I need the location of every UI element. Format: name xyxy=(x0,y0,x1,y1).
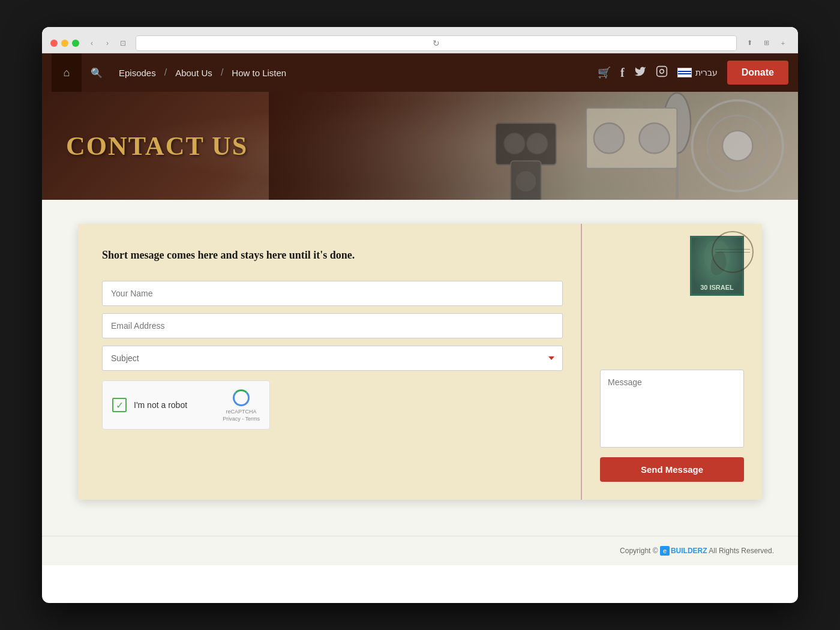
nav-about[interactable]: About Us xyxy=(168,53,220,92)
postmark-lines xyxy=(715,249,750,250)
stamp-container: 30 ISRAEL xyxy=(690,236,744,296)
language-selector: עברית xyxy=(677,68,718,77)
captcha-label: I'm not a robot xyxy=(134,400,187,410)
twitter-icon[interactable] xyxy=(634,65,646,80)
hero-banner: Contact Us xyxy=(42,92,798,200)
search-icon: 🔍 xyxy=(91,67,103,79)
subject-select[interactable]: Subject xyxy=(102,346,563,371)
recaptcha-privacy: Privacy - Terms xyxy=(223,416,260,422)
check-mark-icon: ✓ xyxy=(116,400,124,411)
home-nav-button[interactable]: ⌂ xyxy=(52,53,82,92)
stamp-value: 30 ISRAEL xyxy=(700,284,734,292)
nav-social: f xyxy=(620,65,668,80)
close-button[interactable] xyxy=(50,40,58,47)
reload-icon[interactable]: ↻ xyxy=(433,38,440,48)
recaptcha-icon xyxy=(233,389,250,406)
name-input[interactable] xyxy=(102,281,563,306)
nav-right: 🛒 f עברית Donate xyxy=(598,61,788,85)
name-field-wrapper xyxy=(102,281,563,306)
hero-decoration xyxy=(269,92,798,200)
footer-rights: All Rights Reserved. xyxy=(709,547,774,555)
minimize-button[interactable] xyxy=(61,40,68,47)
svg-rect-0 xyxy=(656,66,667,76)
footer-logo: e BUILDERZ xyxy=(660,546,707,556)
svg-point-11 xyxy=(639,123,669,153)
nav-links: Episodes / About Us / How to Listen xyxy=(112,53,598,92)
captcha-widget[interactable]: ✓ I'm not a robot reCAPTCHA Privacy - Te… xyxy=(102,380,270,430)
reader-button[interactable]: ⊡ xyxy=(116,37,130,50)
share-button[interactable]: ⬆ xyxy=(743,37,756,50)
footer-e-icon: e xyxy=(660,546,670,556)
home-icon: ⌂ xyxy=(64,67,70,79)
sidebar-button[interactable]: ⊞ xyxy=(760,37,773,50)
recaptcha-label: reCAPTCHA xyxy=(226,409,257,415)
nav-separator-2: / xyxy=(221,67,223,78)
search-nav-button[interactable]: 🔍 xyxy=(82,53,112,92)
message-form-right: Send Message xyxy=(600,370,744,482)
maximize-button[interactable] xyxy=(72,40,79,47)
captcha-checkbox[interactable]: ✓ xyxy=(112,398,127,412)
flag-icon[interactable] xyxy=(677,68,692,77)
facebook-icon[interactable]: f xyxy=(620,66,625,80)
nav-how-to-listen[interactable]: How to Listen xyxy=(224,53,293,92)
browser-chrome: ‹ › ⊡ ↻ ⬆ ⊞ + xyxy=(42,27,798,53)
captcha-right: reCAPTCHA Privacy - Terms xyxy=(223,388,260,422)
captcha-left: ✓ I'm not a robot xyxy=(112,398,187,412)
browser-window: ‹ › ⊡ ↻ ⬆ ⊞ + ⌂ 🔍 Episodes / About Us / … xyxy=(42,27,798,603)
svg-point-5 xyxy=(504,133,525,154)
back-button[interactable]: ‹ xyxy=(85,37,98,50)
email-field-wrapper xyxy=(102,313,563,338)
postmark xyxy=(712,231,754,273)
main-content: Short mesage comes here and stays here u… xyxy=(42,200,798,536)
site-footer: Copyright © e BUILDERZ All Rights Reserv… xyxy=(42,536,798,565)
page-title: Contact Us xyxy=(66,131,248,161)
browser-actions: ⬆ ⊞ + xyxy=(743,37,790,50)
browser-nav: ‹ › ⊡ xyxy=(85,37,130,50)
svg-point-14 xyxy=(722,131,752,161)
footer-brand-name: BUILDERZ xyxy=(671,547,707,555)
site-nav: ⌂ 🔍 Episodes / About Us / How to Listen … xyxy=(42,53,798,92)
svg-point-10 xyxy=(594,123,624,153)
postcard-left: Short mesage comes here and stays here u… xyxy=(78,224,582,500)
email-input[interactable] xyxy=(102,313,563,338)
forward-button[interactable]: › xyxy=(101,37,114,50)
instagram-icon[interactable] xyxy=(656,65,668,80)
hebrew-label[interactable]: עברית xyxy=(695,68,718,77)
address-bar[interactable]: ↻ xyxy=(136,35,737,51)
message-textarea[interactable] xyxy=(600,370,744,448)
footer-copyright: Copyright © xyxy=(620,547,658,555)
cart-icon[interactable]: 🛒 xyxy=(598,66,611,79)
recaptcha-logo xyxy=(232,388,251,407)
nav-episodes[interactable]: Episodes xyxy=(112,53,163,92)
donate-button[interactable]: Donate xyxy=(727,61,788,85)
contact-message: Short mesage comes here and stays here u… xyxy=(102,248,563,263)
traffic-lights xyxy=(50,40,79,47)
svg-point-8 xyxy=(515,171,536,192)
subject-field-wrapper: Subject xyxy=(102,346,563,371)
nav-separator-1: / xyxy=(164,67,167,78)
new-tab-button[interactable]: + xyxy=(776,37,790,50)
postcard-form: Short mesage comes here and stays here u… xyxy=(78,224,762,500)
svg-point-6 xyxy=(527,133,548,154)
postcard-right: 30 ISRAEL Send Message xyxy=(582,224,762,500)
send-message-button[interactable]: Send Message xyxy=(600,457,744,482)
stamp-area: 30 ISRAEL xyxy=(690,236,744,296)
